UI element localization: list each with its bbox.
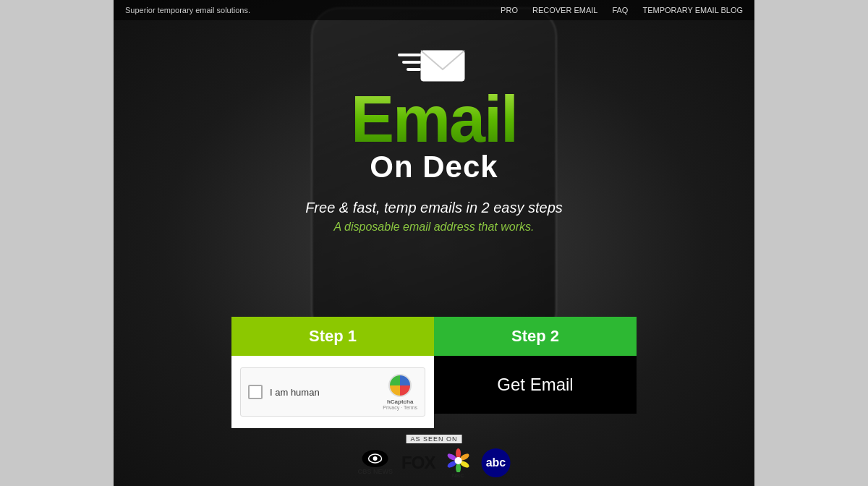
envelope-icon-area — [289, 43, 579, 87]
step-1-column: Step 1 I am human hCaptcha Privacy · Ter… — [231, 317, 434, 428]
captcha-logo-area: hCaptcha Privacy · Terms — [383, 374, 417, 410]
hcaptcha-logo — [388, 374, 412, 397]
nav-blog[interactable]: TEMPORARY EMAIL BLOG — [642, 6, 743, 14]
svg-rect-3 — [421, 51, 464, 81]
main-container: Superior temporary email solutions. PRO … — [114, 0, 754, 486]
nbc-peacock-icon — [443, 446, 472, 472]
step-2-label: Step 2 — [511, 327, 559, 345]
step-2-column: Step 2 Get Email — [434, 317, 637, 428]
cbs-eye-svg — [368, 453, 383, 464]
svg-point-5 — [373, 456, 378, 461]
hero-tagline-main: Free & fast, temp emails in 2 easy steps — [289, 200, 579, 216]
abc-text: abc — [486, 456, 506, 469]
captcha-widget[interactable]: I am human hCaptcha Privacy · Terms — [240, 367, 425, 417]
nav-faq[interactable]: FAQ — [612, 6, 628, 14]
site-header: Superior temporary email solutions. PRO … — [114, 0, 754, 20]
abc-logo: abc — [481, 448, 510, 477]
captcha-checkbox[interactable] — [248, 385, 263, 399]
hero-tagline-sub: A disposable email address that works. — [289, 221, 579, 234]
cbs-text: CBS NEWS — [358, 468, 393, 475]
captcha-privacy-links: Privacy · Terms — [383, 405, 417, 410]
logo-text-ondeck: On Deck — [289, 152, 579, 182]
captcha-brand-name: hCaptcha — [387, 398, 413, 405]
header-tagline: Superior temporary email solutions. — [125, 6, 250, 14]
nbc-text: NBC — [452, 472, 464, 479]
header-nav: PRO RECOVER EMAIL FAQ TEMPORARY EMAIL BL… — [501, 6, 743, 14]
nav-recover-email[interactable]: RECOVER EMAIL — [532, 6, 597, 14]
svg-point-13 — [454, 457, 461, 464]
as-seen-on-section: AS SEEN ON CBS NEWS FOX — [358, 435, 511, 479]
cbs-eye-icon — [362, 450, 388, 467]
step-1-header: Step 1 — [231, 317, 434, 356]
steps-section: Step 1 I am human hCaptcha Privacy · Ter… — [231, 317, 637, 428]
get-email-button[interactable]: Get Email — [497, 375, 573, 395]
logo-area: Email On Deck Free & fast, temp emails i… — [289, 43, 579, 234]
envelope-icon — [398, 43, 470, 87]
step-1-body: I am human hCaptcha Privacy · Terms — [231, 356, 434, 428]
step-2-header: Step 2 — [434, 317, 637, 356]
logo-text-email: Email — [289, 87, 579, 152]
captcha-label: I am human — [270, 387, 320, 398]
step-2-body[interactable]: Get Email — [434, 356, 637, 414]
fox-logo: FOX — [401, 453, 435, 473]
nav-pro[interactable]: PRO — [501, 6, 518, 14]
step-1-label: Step 1 — [309, 327, 357, 345]
media-logos: CBS NEWS FOX NBC — [358, 446, 511, 479]
nbc-logo: NBC — [443, 446, 472, 479]
as-seen-on-label: AS SEEN ON — [406, 435, 461, 443]
cbs-logo: CBS NEWS — [358, 450, 393, 475]
captcha-left: I am human — [248, 385, 320, 399]
svg-point-7 — [456, 448, 461, 459]
